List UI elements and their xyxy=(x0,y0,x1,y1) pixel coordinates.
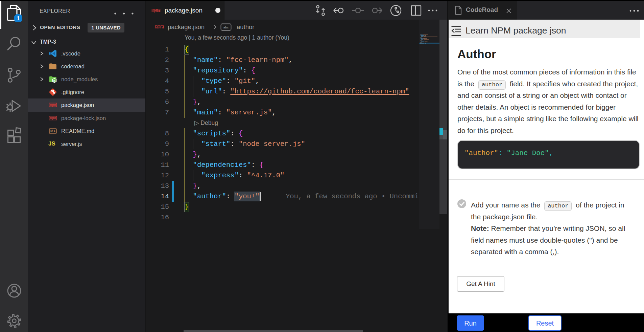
svg-text:abc: abc xyxy=(223,25,229,29)
svg-text:M: M xyxy=(50,129,53,133)
svg-text:1: 1 xyxy=(17,15,20,21)
svg-text:js: js xyxy=(53,79,56,82)
